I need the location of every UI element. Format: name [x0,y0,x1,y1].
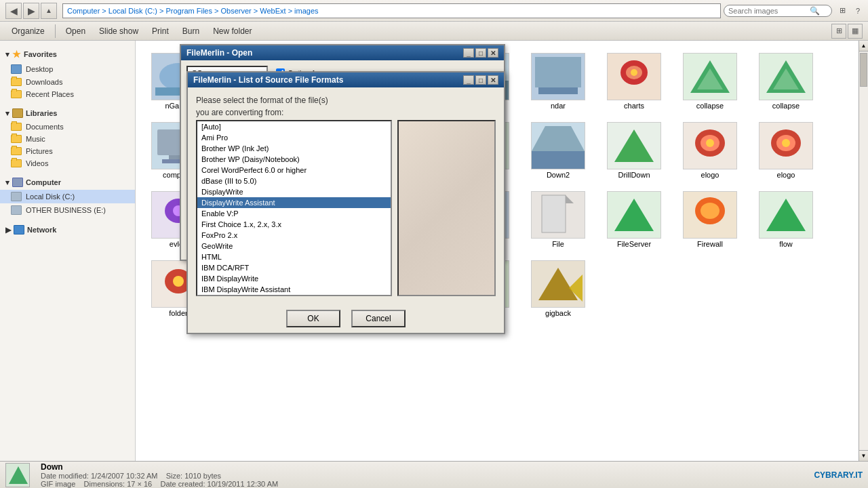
format-first-choice[interactable]: First Choice 1.x, 2.x, 3.x [197,219,391,230]
bg-dialog-maximize-button[interactable]: □ [475,48,486,58]
format-ibm-displaywrite[interactable]: IBM DisplayWrite [197,273,391,284]
view-help-button[interactable]: ? [850,3,865,18]
content-scrollbar[interactable]: ▲ ▼ [859,41,868,461]
new-folder-button[interactable]: New folder [207,24,258,38]
breadcrumb: Computer > Local Disk (C:) > Program Fil… [62,3,721,18]
burn-button[interactable]: Burn [176,24,205,38]
dialog-close-button[interactable]: ✕ [488,75,498,85]
sidebar-item-downloads[interactable]: Downloads [0,76,135,88]
dialog-maximize-button[interactable]: □ [475,75,486,85]
format-foxpro[interactable]: FoxPro 2.x [197,230,391,241]
documents-icon [11,123,22,131]
bg-dialog-minimize-button[interactable]: _ [463,48,474,58]
svg-point-84 [173,276,184,287]
bg-dialog-title-buttons: _ □ ✕ [463,48,498,58]
sidebar-item-music[interactable]: Music [0,133,135,145]
computer-icon [12,178,23,187]
videos-icon [11,159,22,167]
image-item-drilldown[interactable]: DrillDown [597,115,671,183]
sidebar-item-desktop[interactable]: Desktop [0,62,135,76]
format-brother-ink[interactable]: Brother WP (Ink Jet) [197,143,391,154]
favorites-header[interactable]: ▾ ★ Favorites [0,46,135,62]
image-item-flow[interactable]: flow [749,184,823,252]
dialog-content: [Auto] Ami Pro Brother WP (Ink Jet) Brot… [196,120,496,296]
svg-rect-18 [535,57,581,87]
format-geowrite[interactable]: GeoWrite [197,241,391,251]
search-input[interactable] [728,7,810,15]
format-ibm-displaywrite-assistant[interactable]: IBM DisplayWrite Assistant [197,284,391,295]
network-collapse-icon: ▶ [5,226,11,235]
sidebar: ▾ ★ Favorites Desktop Downloads Recent P… [0,41,136,461]
image-item-ndar[interactable]: ndar [521,46,595,114]
format-ibm-pts[interactable]: IBM Personal Typing System [197,295,391,296]
dialog-prompt-line1: Please select the format of the file(s) [196,96,496,105]
sidebar-item-pictures[interactable]: Pictures [0,145,135,157]
format-brother-daisy[interactable]: Brother WP (Daisy/Notebook) [197,154,391,165]
dialog-title-buttons: _ □ ✕ [463,75,498,85]
computer-header[interactable]: ▾ Computer [0,175,135,190]
svg-rect-19 [538,87,578,94]
scroll-up-arrow[interactable]: ▲ [859,41,868,52]
print-button[interactable]: Print [146,24,175,38]
sidebar-item-recent[interactable]: Recent Places [0,88,135,100]
format-html[interactable]: HTML [197,251,391,262]
dialog-footer: OK Cancel [188,304,504,333]
dialog-format-list[interactable]: [Auto] Ami Pro Brother WP (Ink Jet) Brot… [196,120,392,296]
image-item-fileserver2[interactable]: FileServer [597,184,671,252]
sidebar-item-videos[interactable]: Videos [0,157,135,169]
sidebar-item-other-drive[interactable]: OTHER BUSINESS (E:) [0,203,135,217]
format-auto[interactable]: [Auto] [197,121,391,132]
dialog-minimize-button[interactable]: _ [463,75,474,85]
status-filename: Down [41,462,803,472]
brand-label: CYBRARY.IT [814,470,863,480]
open-button[interactable]: Open [60,24,92,38]
breadcrumb-computer[interactable]: Computer > Local Disk (C:) > Program Fil… [67,7,319,15]
action-toolbar: Organize Open Slide show Print Burn New … [0,22,868,41]
image-item-firewall[interactable]: Firewall [673,184,747,252]
search-icon[interactable]: 🔍 [810,6,820,16]
layout-toggle[interactable]: ⊞ [831,24,846,39]
format-ibm-dca[interactable]: IBM DCA/RFT [197,262,391,273]
favorites-star-icon: ★ [12,49,21,60]
drive-icon [11,205,22,215]
svg-point-53 [706,139,714,147]
scroll-thumb[interactable] [860,53,867,87]
music-icon [11,135,22,143]
libraries-header[interactable]: ▾ Libraries [0,106,135,121]
dialog-titlebar: FileMerlin - List of Source File Formats… [188,73,504,87]
network-header[interactable]: ▶ Network [0,222,135,237]
image-item-down2b[interactable]: Down2 [521,115,595,183]
pictures-icon [11,147,22,155]
format-enable[interactable]: Enable V:P [197,208,391,219]
sidebar-item-local-disk[interactable]: Local Disk (C:) [0,190,135,203]
bg-dialog-close-button[interactable]: ✕ [488,48,498,58]
dialog-cancel-button[interactable]: Cancel [351,310,406,327]
filemerlin-dialog: FileMerlin - List of Source File Formats… [186,71,505,334]
back-button[interactable]: ◀ [5,3,22,19]
image-item-gigback[interactable]: gigback [521,253,595,321]
slideshow-button[interactable]: Slide show [93,24,144,38]
image-item-collapse1[interactable]: collapse [673,46,747,114]
view-options-button[interactable]: ⊞ [835,3,850,18]
format-ami-pro[interactable]: Ami Pro [197,132,391,143]
image-item-file[interactable]: File [521,184,595,252]
image-item-charts[interactable]: charts [597,46,671,114]
sidebar-item-documents[interactable]: Documents [0,121,135,133]
image-item-elogo2[interactable]: elogo [749,115,823,183]
image-item-collapse2[interactable]: collapse [749,46,823,114]
format-dbase[interactable]: dBase (III to 5.0) [197,176,391,186]
preview-pane-toggle[interactable]: ▦ [848,24,863,39]
bg-dialog-titlebar: FileMerlin - Open _ □ ✕ [181,45,504,60]
search-box: 🔍 [724,5,832,17]
forward-button[interactable]: ▶ [23,3,39,19]
image-item-elogo1[interactable]: elogo [673,115,747,183]
scroll-down-arrow[interactable]: ▼ [859,450,868,461]
up-button[interactable]: ▲ [41,3,57,19]
format-corel[interactable]: Corel WordPerfect 6.0 or higher [197,165,391,176]
format-displaywrite-assistant[interactable]: DisplayWrite Assistant [197,197,391,208]
organize-button[interactable]: Organize [5,24,51,38]
status-thumbnail [5,463,30,487]
recent-folder-icon [11,90,22,98]
dialog-ok-button[interactable]: OK [286,310,340,327]
format-displaywrite[interactable]: DisplayWrite [197,186,391,197]
